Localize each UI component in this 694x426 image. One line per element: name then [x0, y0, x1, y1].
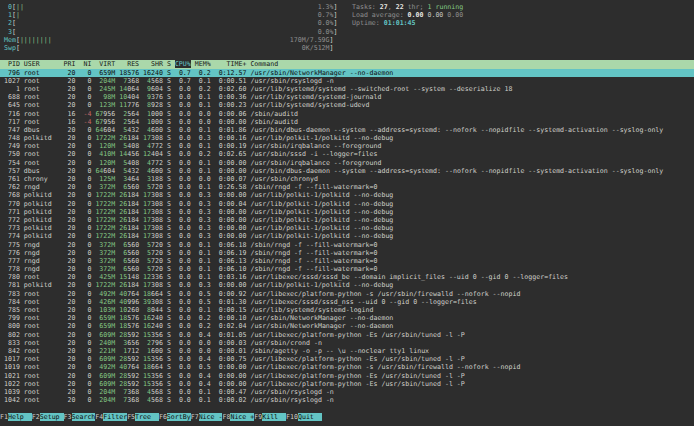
- process-row[interactable]: 800 root 20 0 659M 18576 16240 S 0.0 0.2…: [0, 322, 694, 330]
- tasks-count: 27: [380, 3, 388, 11]
- fn-label-nice+[interactable]: Nice +: [230, 413, 254, 421]
- column-header-res[interactable]: RES: [119, 60, 139, 68]
- process-row[interactable]: 777 rngd 20 0 372M 6560 5720 S 0.0 0.1 0…: [0, 257, 694, 265]
- cpu-meter-0: 0[|| 1.3%]: [0, 3, 338, 11]
- column-header-mem[interactable]: MEM%: [195, 60, 211, 68]
- process-row[interactable]: 842 root 20 0 221M 1712 1600 S 0.0 0.0 0…: [0, 347, 694, 355]
- column-header-virt[interactable]: VIRT: [95, 60, 115, 68]
- process-row[interactable]: 833 root 20 0 240M 3656 2796 S 0.0 0.0 0…: [0, 339, 694, 347]
- process-row[interactable]: 1027 root 20 0 204M 7368 4568 S 0.7 0.1 …: [0, 77, 694, 85]
- process-row[interactable]: 796 root 20 0 659M 18576 16240 S 0.7 0.2…: [0, 69, 694, 77]
- fn-key-f1[interactable]: F1: [0, 413, 8, 421]
- column-header-time[interactable]: TIME+: [215, 60, 247, 68]
- fn-key-f5[interactable]: F5: [127, 413, 135, 421]
- process-row[interactable]: 799 root 20 0 659M 18576 16240 S 0.0 0.2…: [0, 314, 694, 322]
- process-row[interactable]: 783 root 20 0 492M 40764 18664 S 0.0 0.5…: [0, 290, 694, 298]
- process-row[interactable]: 1 root 20 0 245M 14064 9604 S 0.0 0.2 0:…: [0, 85, 694, 93]
- process-row[interactable]: 780 root 20 0 425M 15148 12336 S 0.0 0.1…: [0, 273, 694, 281]
- process-row[interactable]: 754 root 20 0 120M 5408 4772 S 0.0 0.1 0…: [0, 159, 694, 167]
- process-row[interactable]: 802 root 20 0 609M 28592 15356 S 0.0 0.4…: [0, 331, 694, 339]
- cpu-meter-2: 2[ 0.0%]: [0, 19, 338, 27]
- uptime-value: 01:01:45: [384, 19, 416, 27]
- process-row[interactable]: 771 polkitd 20 0 1722M 26184 17308 S 0.0…: [0, 208, 694, 216]
- process-row[interactable]: 770 polkitd 20 0 1722M 26184 17308 S 0.0…: [0, 200, 694, 208]
- process-row[interactable]: 772 polkitd 20 0 1722M 26184 17308 S 0.0…: [0, 216, 694, 224]
- process-row[interactable]: 1019 root 20 0 492M 40764 18664 S 0.0 0.…: [0, 363, 694, 371]
- fn-key-f2[interactable]: F2: [32, 413, 40, 421]
- fn-key-f6[interactable]: F6: [159, 413, 167, 421]
- process-row[interactable]: 747 dbus 20 0 64604 5432 4600 S 0.0 0.1 …: [0, 126, 694, 134]
- process-row[interactable]: 762 rngd 20 0 372M 6560 5720 S 0.0 0.1 0…: [0, 183, 694, 191]
- column-header-pid[interactable]: PID: [0, 60, 20, 68]
- process-row[interactable]: 775 rngd 20 0 372M 6560 5720 S 0.0 0.1 0…: [0, 241, 694, 249]
- fn-label-setup[interactable]: Setup: [40, 413, 64, 421]
- column-header-pri[interactable]: PRI: [64, 60, 76, 68]
- swap-meter: Swp[ 0K/512M]: [0, 44, 338, 52]
- process-row[interactable]: 774 polkitd 20 0 1722M 26184 17308 S 0.0…: [0, 232, 694, 240]
- fn-key-f10[interactable]: F10: [286, 413, 298, 421]
- fn-label-filter[interactable]: Filter: [103, 413, 127, 421]
- htop-terminal: 0[|| 1.3%] 1[| 0.7%] 2[: [0, 0, 694, 426]
- process-row[interactable]: 776 rngd 20 0 372M 6560 5720 S 0.0 0.1 0…: [0, 249, 694, 257]
- tasks-summary: Tasks: 27, 22 thr; 1 running: [352, 3, 463, 11]
- process-row[interactable]: 1042 root 20 0 204M 7368 4568 S 0.0 0.1 …: [0, 396, 694, 404]
- process-row[interactable]: 1021 root 20 0 609M 28592 15356 S 0.0 0.…: [0, 372, 694, 380]
- fn-label-quit[interactable]: Quit: [298, 413, 322, 421]
- process-row[interactable]: 716 root 16 -4 67956 2564 1000 S 0.0 0.0…: [0, 110, 694, 118]
- column-header-ni[interactable]: NI: [79, 60, 91, 68]
- summary-column: Tasks: 27, 22 thr; 1 running Load averag…: [352, 3, 463, 28]
- column-header-user[interactable]: USER: [24, 60, 60, 68]
- uptime: Uptime: 01:01:45: [352, 19, 463, 27]
- thread-count: 22: [396, 3, 404, 11]
- process-table: PID USER PRI NI VIRT RES SHR S CPU% MEM%…: [0, 60, 694, 404]
- uptime-label: Uptime:: [352, 19, 384, 27]
- process-row[interactable]: 757 dbus 20 0 64604 5432 4600 S 0.0 0.1 …: [0, 167, 694, 175]
- process-row[interactable]: 778 rngd 20 0 372M 6560 5720 S 0.0 0.1 0…: [0, 265, 694, 273]
- process-row[interactable]: 785 root 20 0 103M 10260 8044 S 0.0 0.1 …: [0, 306, 694, 314]
- process-row[interactable]: 781 polkitd 20 0 1722M 26184 17308 S 0.0…: [0, 281, 694, 289]
- process-row[interactable]: 768 polkitd 20 0 1722M 26184 17308 S 0.0…: [0, 191, 694, 199]
- process-row[interactable]: 688 root 20 0 98M 10404 9376 S 0.0 0.1 0…: [0, 93, 694, 101]
- load-label: Load average:: [352, 11, 408, 19]
- fn-label-help[interactable]: Help: [8, 413, 32, 421]
- fn-label-nice-[interactable]: Nice -: [199, 413, 223, 421]
- fn-key-f3[interactable]: F3: [64, 413, 72, 421]
- process-row[interactable]: 1017 root 20 0 609M 28592 15356 S 0.0 0.…: [0, 355, 694, 363]
- function-key-bar: F1Help F2Setup F3SearchF4FilterF5Tree F6…: [0, 413, 322, 421]
- fn-label-tree[interactable]: Tree: [135, 413, 159, 421]
- process-row[interactable]: 773 polkitd 20 0 1722M 26184 17308 S 0.0…: [0, 224, 694, 232]
- process-row[interactable]: 1022 root 20 0 609M 28592 15356 S 0.0 0.…: [0, 380, 694, 388]
- column-header-shr[interactable]: SHR: [143, 60, 163, 68]
- process-row[interactable]: 717 root 16 -4 67956 2564 1000 S 0.0 0.0…: [0, 118, 694, 126]
- process-row[interactable]: 748 polkitd 20 0 1722M 26184 17308 S 0.0…: [0, 134, 694, 142]
- table-header: PID USER PRI NI VIRT RES SHR S CPU% MEM%…: [0, 60, 694, 68]
- process-row[interactable]: 750 root 20 0 410M 14456 12404 S 0.0 0.2…: [0, 150, 694, 158]
- meter-column: 0[|| 1.3%] 1[| 0.7%] 2[: [0, 3, 338, 52]
- process-row[interactable]: 645 root 20 0 123M 11776 8928 S 0.0 0.1 …: [0, 101, 694, 109]
- column-header-command[interactable]: Command: [250, 60, 278, 68]
- cpu-meter-1: 1[| 0.7%]: [0, 11, 338, 19]
- process-row[interactable]: 1039 root 20 0 204M 7368 4568 S 0.0 0.1 …: [0, 388, 694, 396]
- cpu-meter-3: 3[ 0.0%]: [0, 28, 338, 36]
- fn-label-sortby[interactable]: SortBy: [167, 413, 191, 421]
- tasks-label: Tasks:: [352, 3, 380, 11]
- load-average: Load average: 0.00 0.00 0.00: [352, 11, 463, 19]
- process-row[interactable]: 761 chrony 20 0 125M 3464 3188 S 0.0 0.0…: [0, 175, 694, 183]
- fn-key-f9[interactable]: F9: [254, 413, 262, 421]
- fn-label-kill[interactable]: Kill: [262, 413, 286, 421]
- memory-meter: Mem[|||||||| 170M/7.59G]: [0, 36, 338, 44]
- fn-label-search[interactable]: Search: [72, 413, 96, 421]
- process-row[interactable]: 784 root 20 0 426M 40996 39308 S 0.0 0.5…: [0, 298, 694, 306]
- column-header-cpu[interactable]: CPU%: [175, 60, 191, 68]
- process-row[interactable]: 749 root 20 0 120M 5408 4772 S 0.0 0.1 0…: [0, 142, 694, 150]
- fn-key-f7[interactable]: F7: [191, 413, 199, 421]
